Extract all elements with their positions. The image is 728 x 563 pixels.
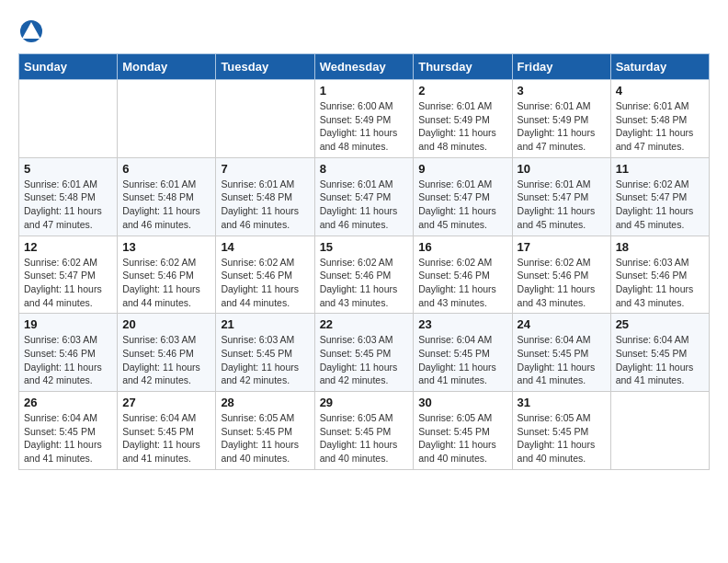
day-number: 16 xyxy=(418,240,506,254)
calendar-empty xyxy=(216,80,314,158)
calendar-day-15: 15Sunrise: 6:02 AMSunset: 5:46 PMDayligh… xyxy=(314,236,414,314)
calendar-day-16: 16Sunrise: 6:02 AMSunset: 5:46 PMDayligh… xyxy=(414,236,512,314)
day-info: Sunrise: 6:04 AMSunset: 5:45 PMDaylight:… xyxy=(24,411,112,465)
day-number: 14 xyxy=(221,240,309,254)
day-number: 7 xyxy=(221,162,309,176)
day-number: 15 xyxy=(320,240,409,254)
calendar-day-6: 6Sunrise: 6:01 AMSunset: 5:48 PMDaylight… xyxy=(118,157,216,236)
calendar-day-7: 7Sunrise: 6:01 AMSunset: 5:48 PMDaylight… xyxy=(216,157,314,236)
calendar-day-12: 12Sunrise: 6:02 AMSunset: 5:47 PMDayligh… xyxy=(19,236,118,314)
calendar-day-24: 24Sunrise: 6:04 AMSunset: 5:45 PMDayligh… xyxy=(512,314,610,392)
weekday-row: SundayMondayTuesdayWednesdayThursdayFrid… xyxy=(19,54,710,80)
header xyxy=(18,18,710,44)
calendar-day-4: 4Sunrise: 6:01 AMSunset: 5:48 PMDaylight… xyxy=(610,80,709,158)
weekday-header-sunday: Sunday xyxy=(19,54,118,80)
calendar-day-28: 28Sunrise: 6:05 AMSunset: 5:45 PMDayligh… xyxy=(216,392,314,470)
weekday-header-saturday: Saturday xyxy=(610,54,709,80)
calendar-day-1: 1Sunrise: 6:00 AMSunset: 5:49 PMDaylight… xyxy=(314,80,414,158)
calendar-day-17: 17Sunrise: 6:02 AMSunset: 5:46 PMDayligh… xyxy=(512,236,610,314)
day-info: Sunrise: 6:01 AMSunset: 5:47 PMDaylight:… xyxy=(418,178,506,232)
day-info: Sunrise: 6:03 AMSunset: 5:45 PMDaylight:… xyxy=(221,333,309,387)
calendar-header: SundayMondayTuesdayWednesdayThursdayFrid… xyxy=(19,54,710,80)
calendar-empty xyxy=(19,80,118,158)
calendar-day-29: 29Sunrise: 6:05 AMSunset: 5:45 PMDayligh… xyxy=(314,392,414,470)
weekday-header-monday: Monday xyxy=(118,54,216,80)
day-number: 3 xyxy=(518,84,606,98)
day-info: Sunrise: 6:02 AMSunset: 5:46 PMDaylight:… xyxy=(320,256,409,310)
day-info: Sunrise: 6:01 AMSunset: 5:49 PMDaylight:… xyxy=(518,99,606,154)
calendar-day-22: 22Sunrise: 6:03 AMSunset: 5:45 PMDayligh… xyxy=(314,314,414,392)
day-number: 23 xyxy=(418,317,506,331)
day-number: 10 xyxy=(518,162,606,176)
day-number: 17 xyxy=(518,240,606,254)
day-info: Sunrise: 6:00 AMSunset: 5:49 PMDaylight:… xyxy=(320,99,409,154)
day-number: 25 xyxy=(616,317,704,331)
day-number: 5 xyxy=(24,162,112,176)
day-info: Sunrise: 6:02 AMSunset: 5:46 PMDaylight:… xyxy=(518,256,606,310)
day-info: Sunrise: 6:02 AMSunset: 5:46 PMDaylight:… xyxy=(122,256,210,310)
day-number: 11 xyxy=(616,162,704,176)
calendar-day-31: 31Sunrise: 6:05 AMSunset: 5:45 PMDayligh… xyxy=(512,392,610,470)
day-number: 24 xyxy=(518,317,606,331)
calendar-day-26: 26Sunrise: 6:04 AMSunset: 5:45 PMDayligh… xyxy=(19,392,118,470)
calendar-week-4: 19Sunrise: 6:03 AMSunset: 5:46 PMDayligh… xyxy=(19,314,710,392)
day-info: Sunrise: 6:05 AMSunset: 5:45 PMDaylight:… xyxy=(320,411,409,465)
day-number: 19 xyxy=(24,317,112,331)
day-info: Sunrise: 6:04 AMSunset: 5:45 PMDaylight:… xyxy=(616,333,704,387)
calendar: SundayMondayTuesdayWednesdayThursdayFrid… xyxy=(18,53,710,470)
logo xyxy=(18,18,48,44)
calendar-day-21: 21Sunrise: 6:03 AMSunset: 5:45 PMDayligh… xyxy=(216,314,314,392)
calendar-day-18: 18Sunrise: 6:03 AMSunset: 5:46 PMDayligh… xyxy=(610,236,709,314)
day-number: 2 xyxy=(418,84,506,98)
day-info: Sunrise: 6:03 AMSunset: 5:46 PMDaylight:… xyxy=(616,256,704,310)
calendar-body: 1Sunrise: 6:00 AMSunset: 5:49 PMDaylight… xyxy=(19,80,710,470)
day-number: 12 xyxy=(24,240,112,254)
day-number: 22 xyxy=(320,317,409,331)
calendar-day-19: 19Sunrise: 6:03 AMSunset: 5:46 PMDayligh… xyxy=(19,314,118,392)
day-number: 1 xyxy=(320,84,409,98)
day-info: Sunrise: 6:04 AMSunset: 5:45 PMDaylight:… xyxy=(418,333,506,387)
day-number: 18 xyxy=(616,240,704,254)
day-number: 29 xyxy=(320,396,409,409)
day-info: Sunrise: 6:05 AMSunset: 5:45 PMDaylight:… xyxy=(518,411,606,465)
day-number: 28 xyxy=(221,396,309,409)
day-info: Sunrise: 6:02 AMSunset: 5:47 PMDaylight:… xyxy=(616,178,704,232)
day-info: Sunrise: 6:01 AMSunset: 5:48 PMDaylight:… xyxy=(122,178,210,232)
day-info: Sunrise: 6:05 AMSunset: 5:45 PMDaylight:… xyxy=(418,411,506,465)
page: SundayMondayTuesdayWednesdayThursdayFrid… xyxy=(0,0,728,488)
calendar-week-1: 1Sunrise: 6:00 AMSunset: 5:49 PMDaylight… xyxy=(19,80,710,158)
calendar-day-27: 27Sunrise: 6:04 AMSunset: 5:45 PMDayligh… xyxy=(118,392,216,470)
calendar-day-25: 25Sunrise: 6:04 AMSunset: 5:45 PMDayligh… xyxy=(610,314,709,392)
day-number: 27 xyxy=(122,396,210,409)
day-info: Sunrise: 6:05 AMSunset: 5:45 PMDaylight:… xyxy=(221,411,309,465)
day-number: 30 xyxy=(418,396,506,409)
weekday-header-wednesday: Wednesday xyxy=(314,54,414,80)
calendar-day-14: 14Sunrise: 6:02 AMSunset: 5:46 PMDayligh… xyxy=(216,236,314,314)
calendar-week-2: 5Sunrise: 6:01 AMSunset: 5:48 PMDaylight… xyxy=(19,157,710,236)
weekday-header-tuesday: Tuesday xyxy=(216,54,314,80)
day-info: Sunrise: 6:04 AMSunset: 5:45 PMDaylight:… xyxy=(122,411,210,465)
calendar-day-10: 10Sunrise: 6:01 AMSunset: 5:47 PMDayligh… xyxy=(512,157,610,236)
calendar-day-9: 9Sunrise: 6:01 AMSunset: 5:47 PMDaylight… xyxy=(414,157,512,236)
day-info: Sunrise: 6:02 AMSunset: 5:46 PMDaylight:… xyxy=(221,256,309,310)
calendar-day-20: 20Sunrise: 6:03 AMSunset: 5:46 PMDayligh… xyxy=(118,314,216,392)
calendar-week-5: 26Sunrise: 6:04 AMSunset: 5:45 PMDayligh… xyxy=(19,392,710,470)
day-number: 21 xyxy=(221,317,309,331)
day-info: Sunrise: 6:01 AMSunset: 5:48 PMDaylight:… xyxy=(616,99,704,154)
day-number: 13 xyxy=(122,240,210,254)
day-number: 6 xyxy=(122,162,210,176)
day-info: Sunrise: 6:03 AMSunset: 5:45 PMDaylight:… xyxy=(320,333,409,387)
day-info: Sunrise: 6:01 AMSunset: 5:47 PMDaylight:… xyxy=(518,178,606,232)
calendar-day-5: 5Sunrise: 6:01 AMSunset: 5:48 PMDaylight… xyxy=(19,157,118,236)
day-number: 4 xyxy=(616,84,704,98)
calendar-day-2: 2Sunrise: 6:01 AMSunset: 5:49 PMDaylight… xyxy=(414,80,512,158)
calendar-day-11: 11Sunrise: 6:02 AMSunset: 5:47 PMDayligh… xyxy=(610,157,709,236)
weekday-header-thursday: Thursday xyxy=(414,54,512,80)
calendar-day-13: 13Sunrise: 6:02 AMSunset: 5:46 PMDayligh… xyxy=(118,236,216,314)
day-info: Sunrise: 6:01 AMSunset: 5:49 PMDaylight:… xyxy=(418,99,506,154)
calendar-day-30: 30Sunrise: 6:05 AMSunset: 5:45 PMDayligh… xyxy=(414,392,512,470)
day-info: Sunrise: 6:02 AMSunset: 5:47 PMDaylight:… xyxy=(24,256,112,310)
day-number: 8 xyxy=(320,162,409,176)
day-number: 20 xyxy=(122,317,210,331)
logo-icon xyxy=(18,18,44,44)
